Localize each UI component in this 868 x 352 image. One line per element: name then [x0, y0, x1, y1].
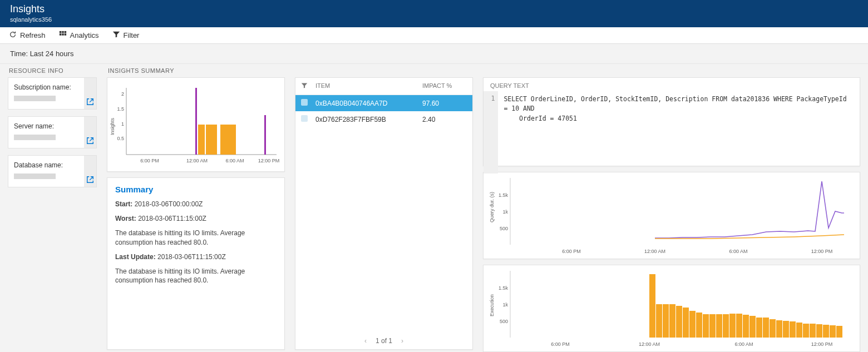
svg-text:0.5: 0.5	[117, 136, 124, 141]
svg-rect-54	[649, 274, 655, 338]
svg-text:6:00 PM: 6:00 PM	[562, 249, 581, 254]
summary-title: Summary	[115, 185, 277, 194]
lastupdate-key: Last Update:	[115, 253, 156, 261]
execution-chart: Execution 500 1k 1.5k 6:00 PM 12:00 AM 6…	[483, 265, 860, 352]
svg-rect-63	[709, 314, 716, 338]
svg-rect-61	[696, 313, 702, 338]
database-popout-button[interactable]	[84, 156, 96, 187]
svg-rect-59	[683, 308, 689, 338]
svg-text:12:00 PM: 12:00 PM	[811, 341, 833, 347]
svg-rect-77	[803, 324, 809, 338]
svg-rect-57	[669, 304, 675, 338]
svg-text:12:00 AM: 12:00 AM	[639, 341, 660, 347]
list-row[interactable]: 0xBA4B0B040746AA7D 97.60	[295, 95, 472, 111]
svg-text:Query dur. (s): Query dur. (s)	[489, 192, 495, 222]
row-id: 0xBA4B0B040746AA7D	[315, 100, 422, 107]
subscription-value-redacted	[14, 96, 56, 101]
list-header: ITEM IMPACT %	[295, 78, 472, 95]
svg-rect-23	[213, 125, 215, 155]
server-value-redacted	[14, 135, 56, 140]
svg-rect-80	[823, 325, 829, 338]
query-duration-chart: Query dur. (s) 500 1k 1.5k 6:00 PM 12:00…	[483, 172, 860, 259]
svg-text:6:00 PM: 6:00 PM	[551, 341, 570, 347]
svg-rect-17	[198, 125, 200, 155]
popout-icon	[86, 176, 94, 184]
toolbar: Refresh Analytics Filter	[0, 27, 868, 44]
database-label: Database name:	[14, 161, 83, 169]
svg-rect-25	[220, 125, 223, 155]
insights-mini-chart: Insights 0.5 1 1.5 2 6:00 PM 12:00 AM 6:…	[107, 77, 285, 172]
server-popout-button[interactable]	[84, 117, 96, 148]
svg-rect-69	[749, 316, 756, 338]
row-impact: 2.40	[422, 116, 467, 123]
refresh-button[interactable]: Refresh	[9, 31, 46, 40]
summary-card: Summary Start: 2018-03-06T00:00:00Z Wors…	[107, 177, 285, 350]
svg-rect-33	[264, 115, 266, 155]
svg-rect-35	[510, 178, 844, 245]
page-title: Insights	[10, 3, 858, 15]
server-label: Server name:	[14, 122, 83, 130]
pager: ‹ 1 of 1 ›	[295, 333, 472, 349]
svg-rect-5	[64, 33, 66, 36]
svg-rect-74	[783, 321, 789, 338]
filter-button[interactable]: Filter	[112, 31, 140, 40]
page-subtitle: sqlanalytics356	[10, 16, 858, 23]
worst-value: 2018-03-06T11:15:00Z	[138, 215, 206, 222]
svg-rect-55	[656, 304, 662, 338]
query-code[interactable]: SELECT OrderLineID, OrderID, StockItemID…	[498, 91, 860, 173]
refresh-icon	[9, 31, 17, 40]
svg-text:12:00 AM: 12:00 AM	[186, 158, 208, 163]
svg-text:1k: 1k	[502, 209, 508, 215]
svg-rect-65	[723, 314, 729, 338]
svg-rect-1	[62, 31, 64, 33]
query-text-panel: QUERY TEXT 1 SELECT OrderLineID, OrderID…	[483, 77, 860, 166]
svg-rect-60	[689, 311, 696, 338]
worst-key: Worst:	[115, 215, 136, 222]
svg-text:12:00 AM: 12:00 AM	[644, 249, 665, 254]
analytics-label: Analytics	[70, 31, 99, 39]
svg-text:1.5k: 1.5k	[499, 192, 509, 198]
svg-rect-4	[62, 33, 64, 36]
popout-icon	[86, 98, 94, 106]
svg-text:1.5: 1.5	[117, 106, 124, 112]
svg-rect-64	[716, 314, 722, 338]
svg-rect-71	[763, 318, 769, 338]
col-item-header[interactable]: ITEM	[315, 82, 422, 90]
database-card: Database name:	[8, 155, 97, 187]
svg-rect-31	[234, 125, 236, 155]
svg-rect-75	[790, 321, 796, 338]
filter-icon[interactable]	[301, 83, 308, 90]
refresh-label: Refresh	[20, 31, 46, 39]
lastupdate-value: 2018-03-06T11:15:00Z	[157, 253, 226, 261]
row-status-icon	[301, 115, 308, 122]
svg-rect-82	[836, 326, 842, 338]
svg-text:6:00 AM: 6:00 AM	[734, 341, 753, 347]
row-impact: 97.60	[422, 100, 467, 107]
svg-rect-3	[59, 33, 61, 36]
svg-rect-67	[736, 314, 742, 338]
subscription-popout-button[interactable]	[84, 78, 96, 109]
svg-rect-27	[225, 125, 227, 155]
svg-rect-66	[729, 314, 736, 338]
svg-rect-22	[210, 125, 213, 155]
analytics-icon	[59, 31, 67, 40]
pager-next-button[interactable]: ›	[401, 337, 403, 345]
svg-rect-70	[756, 318, 762, 338]
svg-rect-81	[830, 325, 836, 338]
svg-text:6:00 AM: 6:00 AM	[729, 249, 747, 254]
svg-rect-19	[203, 125, 205, 155]
start-key: Start:	[115, 200, 132, 208]
list-row[interactable]: 0xD762F283F7FBF59B 2.40	[295, 111, 472, 127]
svg-rect-73	[776, 320, 782, 338]
svg-rect-18	[200, 125, 203, 155]
col-impact-header[interactable]: IMPACT %	[422, 82, 467, 90]
pager-prev-button[interactable]: ‹	[364, 337, 367, 345]
analytics-button[interactable]: Analytics	[59, 31, 99, 40]
svg-rect-2	[64, 31, 66, 33]
svg-rect-56	[663, 304, 669, 338]
server-card: Server name:	[8, 116, 97, 148]
svg-rect-79	[816, 324, 822, 338]
svg-text:6:00 AM: 6:00 AM	[225, 158, 244, 163]
time-range-label: Time: Last 24 hours	[0, 44, 868, 64]
svg-rect-76	[796, 323, 802, 338]
